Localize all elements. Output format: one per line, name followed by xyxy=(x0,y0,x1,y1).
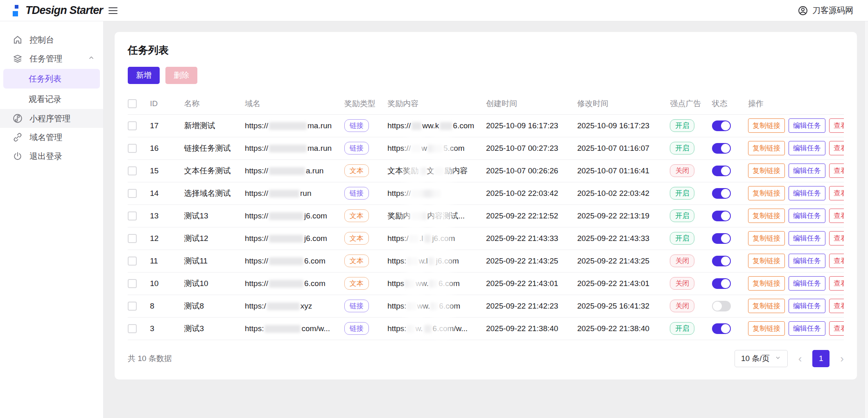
cell-text: https:// xyxy=(387,189,411,198)
view-action-button[interactable]: 查看数据 xyxy=(829,141,844,155)
sidebar-item-label: 小程序管理 xyxy=(29,113,70,124)
user-avatar-icon[interactable] xyxy=(798,5,808,16)
redacted-blur xyxy=(264,325,301,333)
view-action-button[interactable]: 查看数据 xyxy=(829,299,844,313)
sidebar-item-domain-management[interactable]: 域名管理 xyxy=(0,128,103,147)
cell-reward-type: 文本 xyxy=(344,159,387,182)
redacted-blur xyxy=(269,122,307,130)
status-toggle[interactable] xyxy=(712,278,731,289)
cell-created-time: 2025-10-02 22:03:42 xyxy=(486,182,577,204)
row-checkbox[interactable] xyxy=(128,189,137,198)
cell-text: https: xyxy=(245,324,264,333)
status-toggle[interactable] xyxy=(712,256,731,266)
scrollbar[interactable] xyxy=(864,21,868,418)
cell-name: 文本任务测试 xyxy=(184,159,245,182)
cell-ad-status: 开启 xyxy=(670,137,712,159)
row-checkbox[interactable] xyxy=(128,144,137,153)
view-action-button[interactable]: 查看数据 xyxy=(829,118,844,133)
menu-collapse-icon[interactable] xyxy=(108,5,121,17)
next-page-button[interactable]: › xyxy=(840,353,844,364)
status-toggle[interactable] xyxy=(712,166,731,176)
edit-action-button[interactable]: 编辑任务 xyxy=(789,231,825,245)
status-toggle[interactable] xyxy=(712,211,731,221)
copy-action-button[interactable]: 复制链接 xyxy=(748,254,785,268)
cell-status xyxy=(712,182,748,204)
redacted-blur xyxy=(407,302,416,310)
row-checkbox[interactable] xyxy=(128,324,137,333)
sidebar-item-miniprogram-management[interactable]: 小程序管理 xyxy=(0,109,103,128)
status-toggle[interactable] xyxy=(712,120,731,131)
copy-action-button[interactable]: 复制链接 xyxy=(748,209,785,223)
user-name[interactable]: 刀客源码网 xyxy=(812,5,853,16)
status-toggle[interactable] xyxy=(712,301,731,311)
cell-name: 测试11 xyxy=(184,250,245,272)
view-action-button[interactable]: 查看数据 xyxy=(829,164,844,178)
copy-action-button[interactable]: 复制链接 xyxy=(748,141,785,155)
cell-status xyxy=(712,250,748,272)
view-action-button[interactable]: 查看数据 xyxy=(829,209,844,223)
row-checkbox[interactable] xyxy=(128,211,137,220)
ad-status-badge: 开启 xyxy=(670,119,694,132)
edit-action-button[interactable]: 编辑任务 xyxy=(789,186,825,200)
row-checkbox[interactable] xyxy=(128,302,137,311)
status-toggle[interactable] xyxy=(712,323,731,334)
add-button[interactable]: 新增 xyxy=(128,67,160,84)
copy-action-button[interactable]: 复制链接 xyxy=(748,276,785,291)
sidebar-item-task-list[interactable]: 任务列表 xyxy=(3,69,100,89)
brand-name: TDesign Starter xyxy=(25,4,103,17)
sidebar-item-label: 任务列表 xyxy=(29,73,61,84)
row-checkbox[interactable] xyxy=(128,234,137,243)
column-header: 名称 xyxy=(184,93,245,114)
sidebar: 控制台 任务管理 任务列表 观看记录 小程序管理 域名 xyxy=(0,21,104,418)
edit-action-button[interactable]: 编辑任务 xyxy=(789,254,825,268)
current-page-button[interactable]: 1 xyxy=(812,350,830,367)
copy-action-button[interactable]: 复制链接 xyxy=(748,164,785,178)
view-action-button[interactable]: 查看数据 xyxy=(829,254,844,268)
copy-action-button[interactable]: 复制链接 xyxy=(748,321,785,336)
redacted-blur xyxy=(407,257,418,265)
edit-action-button[interactable]: 编辑任务 xyxy=(789,209,825,223)
redacted-blur xyxy=(269,190,299,198)
cell-text: https:// xyxy=(245,211,268,220)
sidebar-item-dashboard[interactable]: 控制台 xyxy=(0,30,103,49)
edit-action-button[interactable]: 编辑任务 xyxy=(789,141,825,155)
cell-text: .l xyxy=(419,234,423,243)
cell-actions: 复制链接编辑任务查看数据 xyxy=(748,114,844,137)
delete-button[interactable]: 删除 xyxy=(165,67,197,84)
status-toggle[interactable] xyxy=(712,143,731,154)
sidebar-item-task-management[interactable]: 任务管理 xyxy=(0,49,103,68)
sidebar-item-logout[interactable]: 退出登录 xyxy=(0,147,103,166)
copy-action-button[interactable]: 复制链接 xyxy=(748,231,785,245)
cell-reward-type: 链接 xyxy=(344,137,387,159)
prev-page-button[interactable]: ‹ xyxy=(798,353,802,364)
copy-action-button[interactable]: 复制链接 xyxy=(748,118,785,133)
cell-domain: https://a.run xyxy=(245,159,344,182)
edit-action-button[interactable]: 编辑任务 xyxy=(789,299,825,313)
edit-action-button[interactable]: 编辑任务 xyxy=(789,321,825,336)
cell-domain: https://j6.com xyxy=(245,227,344,250)
cell-text: ww. xyxy=(417,302,430,310)
status-toggle[interactable] xyxy=(712,233,731,244)
view-action-button[interactable]: 查看数据 xyxy=(829,231,844,245)
view-action-button[interactable]: 查看数据 xyxy=(829,186,844,200)
edit-action-button[interactable]: 编辑任务 xyxy=(789,276,825,291)
copy-action-button[interactable]: 复制链接 xyxy=(748,186,785,200)
row-checkbox[interactable] xyxy=(128,257,137,266)
row-checkbox[interactable] xyxy=(128,121,137,130)
row-checkbox[interactable] xyxy=(128,279,137,288)
view-action-button[interactable]: 查看数据 xyxy=(829,276,844,291)
sidebar-item-watch-records[interactable]: 观看记录 xyxy=(0,89,103,109)
status-toggle[interactable] xyxy=(712,188,731,199)
top-bar: TDesign Starter 刀客源码网 xyxy=(0,0,868,21)
cell-modified-time: 2025-10-09 16:17:23 xyxy=(577,114,670,137)
edit-action-button[interactable]: 编辑任务 xyxy=(789,164,825,178)
select-all-checkbox[interactable] xyxy=(128,99,137,108)
copy-action-button[interactable]: 复制链接 xyxy=(748,299,785,313)
row-checkbox[interactable] xyxy=(128,166,137,175)
page-size-select[interactable]: 10 条/页 xyxy=(735,350,788,367)
edit-action-button[interactable]: 编辑任务 xyxy=(789,118,825,133)
cell-reward-content: https:w.lj6.com xyxy=(387,250,486,272)
task-table: ID名称域名奖励类型奖励内容创建时间修改时间强点广告状态操作 17新增测试htt… xyxy=(128,93,844,340)
cell-text: 6.com xyxy=(304,279,326,288)
view-action-button[interactable]: 查看数据 xyxy=(829,321,844,336)
